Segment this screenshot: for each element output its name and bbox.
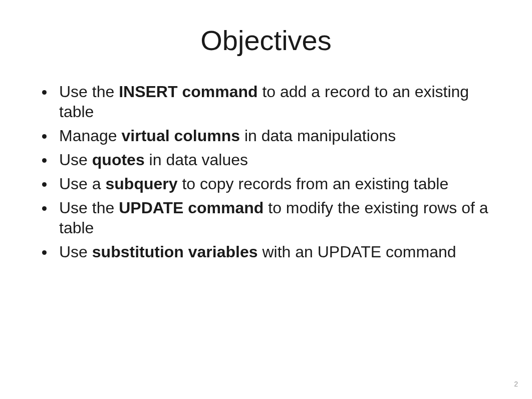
list-item: Use the UPDATE command to modify the exi… — [35, 198, 497, 238]
bullet-text-bold: virtual columns — [122, 127, 240, 145]
list-item: Use the INSERT command to add a record t… — [35, 82, 497, 122]
bullet-text-post: in data manipulations — [240, 127, 396, 145]
bullet-text-post: to copy records from an existing table — [178, 175, 449, 193]
bullet-text-bold: INSERT command — [119, 83, 257, 101]
list-item: Use quotes in data values — [35, 150, 497, 170]
bullet-text-bold: UPDATE command — [119, 199, 263, 217]
list-item: Use a subquery to copy records from an e… — [35, 174, 497, 194]
slide-title: Objectives — [0, 0, 532, 67]
page-number: 2 — [514, 380, 518, 388]
bullet-text-pre: Use the — [59, 83, 119, 101]
bullet-text-pre: Manage — [59, 127, 122, 145]
bullet-text-pre: Use — [59, 151, 92, 169]
bullet-text-bold: substitution variables — [92, 243, 258, 261]
list-item: Manage virtual columns in data manipulat… — [35, 126, 497, 146]
slide-content: Use the INSERT command to add a record t… — [0, 67, 532, 262]
slide: Objectives Use the INSERT command to add… — [0, 0, 532, 399]
bullet-text-pre: Use — [59, 243, 92, 261]
bullet-text-post: in data values — [145, 151, 248, 169]
bullet-text-pre: Use a — [59, 175, 105, 193]
bullet-text-post: with an UPDATE command — [258, 243, 456, 261]
list-item: Use substitution variables with an UPDAT… — [35, 242, 497, 262]
bullet-list: Use the INSERT command to add a record t… — [35, 82, 497, 262]
bullet-text-bold: subquery — [105, 175, 177, 193]
bullet-text-pre: Use the — [59, 199, 119, 217]
bullet-text-bold: quotes — [92, 151, 145, 169]
